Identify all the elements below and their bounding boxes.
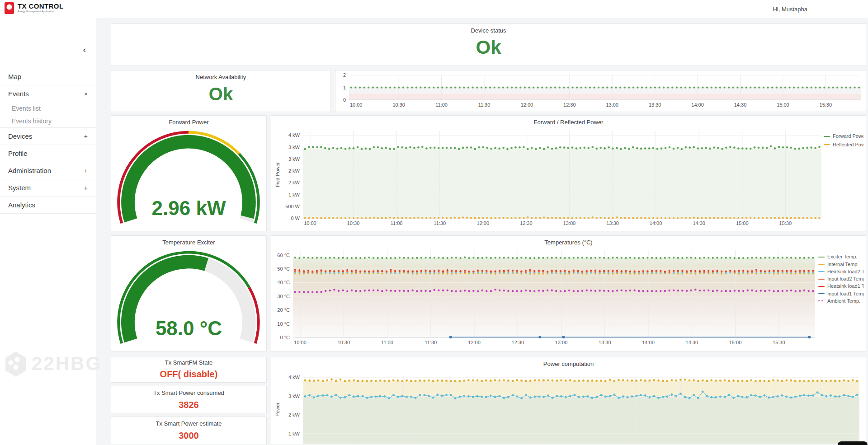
sidebar-item-analytics[interactable]: Analytics <box>0 197 96 214</box>
panel-smartfm-state: Tx SmartFM State OFF( disable) <box>111 357 267 383</box>
sidebar-item-map[interactable]: Map <box>0 68 96 85</box>
sidebar-item-administration[interactable]: Administration+ <box>0 162 96 179</box>
x-tick-label: 13:30 <box>599 340 611 345</box>
legend-item-reflected-power[interactable]: Reflected Power <box>824 140 863 148</box>
user-greeting[interactable]: Hi, Mustapha <box>773 6 807 13</box>
legend-item-heatsink-load1-temp-[interactable]: Heatsink load1 Temp. <box>818 282 863 290</box>
sidebar-item-devices[interactable]: Devices+ <box>0 128 96 145</box>
y-tick-label: 0 °C <box>280 335 290 340</box>
x-tick-label: 11:30 <box>478 102 491 108</box>
legend-series-dash-icon <box>818 279 825 280</box>
y-tick-label: 2 kW <box>288 180 300 185</box>
sidebar: ‹ MapEvents×Events listEvents historyDev… <box>0 18 96 445</box>
sidebar-item-system[interactable]: System+ <box>0 179 96 197</box>
y-tick-label: 3 kW <box>288 145 300 150</box>
panel-smart-power-consumed: Tx Smart Power consumed 3826 <box>111 386 267 413</box>
legend-item-forward-power[interactable]: Forward Power <box>824 132 863 140</box>
panel-title-network-availability[interactable]: Network Availability <box>111 74 330 80</box>
sidebar-menu: MapEvents×Events listEvents historyDevic… <box>0 68 96 214</box>
logo-icon <box>5 2 14 14</box>
y-tick-label: 50 °C <box>277 266 290 272</box>
sidebar-item-events-history[interactable]: Events history <box>0 115 96 128</box>
x-tick-label: 12:00 <box>468 340 481 345</box>
sidebar-item-label: Devices <box>8 132 32 140</box>
legend-item-input-load2-temp-[interactable]: Input load2 Temp. <box>818 275 863 282</box>
close-icon[interactable]: × <box>84 91 88 97</box>
plus-icon[interactable]: + <box>84 185 88 191</box>
legend-label: Input load2 Temp. <box>827 276 863 281</box>
y-tick-label: 4 kW <box>288 132 300 138</box>
y-tick-label: 4 kW <box>288 375 300 380</box>
legend-item-exciter-temp-[interactable]: Exciter Temp. <box>818 253 863 260</box>
panel-title-temperature-exciter[interactable]: Temperature Exciter <box>111 239 266 246</box>
x-tick-label: 12:30 <box>512 340 524 345</box>
watermark-text: 22HBG <box>32 353 102 375</box>
panel-smart-power-estimate: Tx Smart Power estimate 3000 <box>111 417 267 445</box>
availability-chart[interactable]: 10:0010:3011:0011:3012:0012:3013:0013:30… <box>335 70 865 111</box>
legend-series-dash-icon <box>818 293 825 294</box>
y-tick-label: 2 kW <box>288 168 300 173</box>
sidebar-item-events[interactable]: Events× <box>0 85 96 102</box>
x-tick-label: 12:30 <box>563 102 576 108</box>
panel-temperature-exciter-gauge: Temperature Exciter 58.0 °C <box>111 235 267 351</box>
legend-label: Internal Temp. <box>827 262 859 267</box>
panel-forward-reflected-power: Forward / Reflected Power 10:0010:3011:0… <box>271 115 866 231</box>
hexagon-logo-icon <box>4 351 28 377</box>
legend-item-input-load1-temp-[interactable]: Input load1 Temp. <box>818 290 863 297</box>
plus-icon[interactable]: + <box>84 133 88 140</box>
x-tick-label: 11:00 <box>391 220 403 226</box>
header: TX CONTROL Energy Management Application… <box>0 0 868 19</box>
x-tick-label: 11:00 <box>435 102 448 108</box>
legend-series-dash-icon <box>818 271 825 272</box>
chart-legend: Forward PowerReflected Power <box>824 132 863 149</box>
x-tick-label: 11:30 <box>434 220 446 226</box>
panel-forward-power-gauge: Forward Power 2.96 kW <box>111 115 267 231</box>
app-subtitle: Energy Management Application <box>18 10 64 13</box>
smart-power-estimate-value: 3000 <box>111 431 266 441</box>
x-tick-label: 15:00 <box>729 340 742 345</box>
power-computation-chart[interactable]: 4 kW3 kW2 kW1 kWPower <box>271 357 865 444</box>
sidebar-item-events-list[interactable]: Events list <box>0 102 96 115</box>
x-tick-label: 14:00 <box>642 340 655 345</box>
panel-title-power-computation[interactable]: Power computation <box>271 361 866 367</box>
sidebar-item-profile[interactable]: Profile <box>0 145 96 162</box>
x-tick-label: 11:00 <box>381 340 393 345</box>
legend-label: Heatsink load2 Temp. <box>827 269 863 274</box>
x-tick-label: 15:00 <box>736 220 749 226</box>
sidebar-item-label: Events list <box>12 105 41 112</box>
panel-title-smart-power-consumed[interactable]: Tx Smart Power consumed <box>111 389 266 396</box>
legend-series-dash-icon <box>824 144 830 145</box>
panel-title-temperatures[interactable]: Temperatures (°C) <box>271 239 866 246</box>
y-tick-label: 500 W <box>285 204 300 209</box>
watermark: 22HBG <box>4 351 102 377</box>
x-tick-label: 12:00 <box>521 102 533 108</box>
app-logo[interactable]: TX CONTROL Energy Management Application <box>5 2 64 14</box>
x-tick-label: 14:30 <box>734 102 747 108</box>
y-tick-label: 40 °C <box>277 280 290 285</box>
legend-item-heatsink-load2-temp-[interactable]: Heatsink load2 Temp. <box>818 268 863 275</box>
y-tick-label: 30 °C <box>277 294 290 299</box>
y-tick-label: 3 kW <box>288 393 300 399</box>
panel-title-smart-power-estimate[interactable]: Tx Smart Power estimate <box>111 420 266 427</box>
x-tick-label: 10:30 <box>392 102 405 108</box>
x-tick-label: 10:00 <box>350 102 363 108</box>
plus-icon[interactable]: + <box>84 168 88 174</box>
legend-label: Heatsink load1 Temp. <box>827 283 863 289</box>
legend-item-internal-temp-[interactable]: Internal Temp. <box>818 260 863 267</box>
sidebar-item-label: Profile <box>8 150 28 157</box>
x-tick-label: 15:30 <box>779 220 792 226</box>
legend-item-ambient-temp-[interactable]: Ambient Temp. <box>818 297 863 304</box>
sidebar-collapse-icon[interactable]: ‹ <box>83 45 86 54</box>
panel-title-smartfm-state[interactable]: Tx SmartFM State <box>111 359 266 366</box>
smartfm-state-value: OFF( disable) <box>111 369 266 379</box>
panel-title-forward-reflected-power[interactable]: Forward / Reflected Power <box>271 119 866 126</box>
forward-reflected-power-chart[interactable]: 10:0010:3011:0011:3012:0012:3013:0013:30… <box>271 116 865 230</box>
panel-title-forward-power[interactable]: Forward Power <box>111 119 266 126</box>
y-tick-label: 3 kW <box>288 156 300 162</box>
bottom-right-overlay <box>838 441 868 445</box>
y-tick-label: 10 °C <box>277 321 290 327</box>
sidebar-item-label: Events history <box>12 117 52 125</box>
legend-label: Reflected Power <box>833 142 863 147</box>
panel-title-device-status[interactable]: Device status <box>111 27 866 34</box>
temperatures-chart[interactable]: 10:0010:3011:0011:3012:0012:3013:0013:30… <box>271 236 865 350</box>
